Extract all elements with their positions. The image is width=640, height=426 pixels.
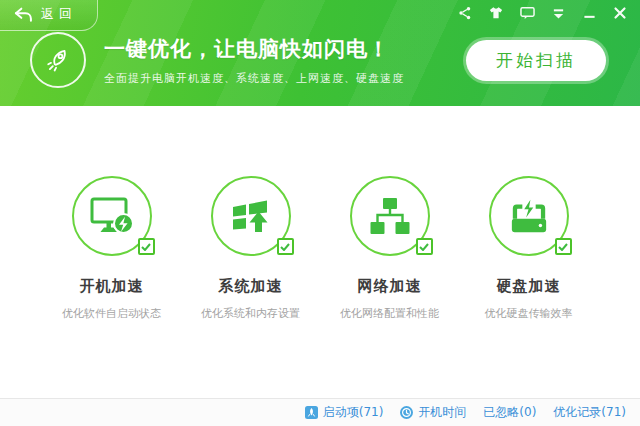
skin-icon[interactable] bbox=[484, 4, 508, 22]
feature-network-speedup: 网络加速 优化网络配置和性能 bbox=[329, 176, 450, 398]
start-scan-button[interactable]: 开始扫描 bbox=[466, 40, 606, 81]
feature-desc: 优化系统和内存设置 bbox=[190, 306, 311, 321]
disk-bolt-icon bbox=[507, 196, 551, 236]
network-speedup-checkbox[interactable] bbox=[416, 238, 433, 255]
rocket-icon bbox=[30, 32, 86, 88]
window-controls bbox=[453, 4, 632, 22]
rocket-badge-icon bbox=[305, 406, 318, 419]
ignored-label: 已忽略(0) bbox=[483, 404, 536, 421]
feature-label: 系统加速 bbox=[190, 277, 311, 296]
hero-title: 一键优化，让电脑快如闪电！ bbox=[104, 35, 404, 63]
hero-header: 返回 bbox=[0, 0, 640, 106]
hero-text: 一键优化，让电脑快如闪电！ 全面提升电脑开机速度、系统速度、上网速度、硬盘速度 bbox=[104, 35, 404, 86]
startup-items-link[interactable]: 启动项(71) bbox=[305, 404, 384, 421]
monitor-bolt-icon bbox=[89, 195, 135, 237]
disk-speedup-checkbox[interactable] bbox=[555, 238, 572, 255]
back-button-label: 返回 bbox=[41, 5, 77, 23]
boot-speedup-circle[interactable] bbox=[72, 176, 152, 256]
optimize-history-label: 优化记录(71) bbox=[553, 404, 626, 421]
system-speedup-checkbox[interactable] bbox=[277, 238, 294, 255]
hero-subtitle: 全面提升电脑开机速度、系统速度、上网速度、硬盘速度 bbox=[104, 71, 404, 86]
back-arrow-icon bbox=[13, 7, 33, 22]
system-speedup-circle[interactable] bbox=[211, 176, 291, 256]
startup-items-label: 启动项(71) bbox=[323, 404, 384, 421]
status-bar: 启动项(71) 开机时间 已忽略(0) 优化记录(71) bbox=[0, 398, 640, 426]
ignored-link[interactable]: 已忽略(0) bbox=[483, 404, 536, 421]
back-button[interactable]: 返回 bbox=[0, 0, 98, 31]
windows-up-icon bbox=[229, 196, 273, 236]
feature-desc: 优化硬盘传输效率 bbox=[468, 306, 589, 321]
feature-label: 开机加速 bbox=[51, 277, 172, 296]
feature-system-speedup: 系统加速 优化系统和内存设置 bbox=[190, 176, 311, 398]
feature-desc: 优化网络配置和性能 bbox=[329, 306, 450, 321]
share-icon[interactable] bbox=[453, 4, 477, 22]
optimizer-window: 返回 bbox=[0, 0, 640, 426]
disk-speedup-circle[interactable] bbox=[489, 176, 569, 256]
close-icon[interactable] bbox=[608, 4, 632, 22]
boot-time-link[interactable]: 开机时间 bbox=[400, 404, 466, 421]
feature-label: 硬盘加速 bbox=[468, 277, 589, 296]
feature-desc: 优化软件自启动状态 bbox=[51, 306, 172, 321]
feature-label: 网络加速 bbox=[329, 277, 450, 296]
network-nodes-icon bbox=[368, 196, 412, 236]
boot-speedup-checkbox[interactable] bbox=[138, 238, 155, 255]
optimize-history-link[interactable]: 优化记录(71) bbox=[553, 404, 626, 421]
feature-grid: 开机加速 优化软件自启动状态 bbox=[0, 106, 640, 398]
menu-icon[interactable] bbox=[546, 4, 570, 22]
feedback-icon[interactable] bbox=[515, 4, 539, 22]
feature-disk-speedup: 硬盘加速 优化硬盘传输效率 bbox=[468, 176, 589, 398]
clock-badge-icon bbox=[400, 406, 413, 419]
network-speedup-circle[interactable] bbox=[350, 176, 430, 256]
minimize-icon[interactable] bbox=[577, 4, 601, 22]
feature-boot-speedup: 开机加速 优化软件自启动状态 bbox=[51, 176, 172, 398]
boot-time-label: 开机时间 bbox=[418, 404, 466, 421]
